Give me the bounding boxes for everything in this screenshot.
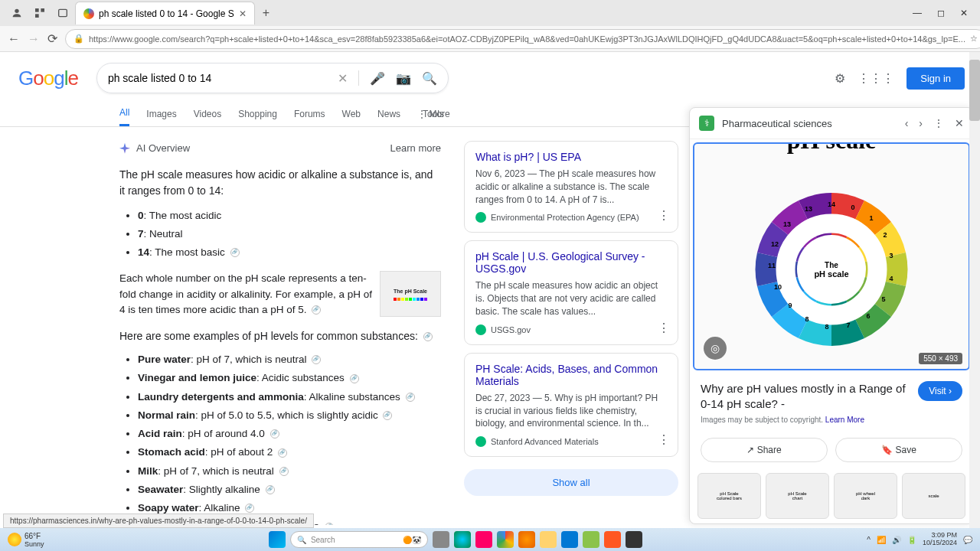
related-thumb[interactable]: scale xyxy=(902,473,965,519)
volume-icon[interactable]: 🔊 xyxy=(892,536,901,544)
task-view-icon[interactable] xyxy=(433,531,449,548)
result-title[interactable]: pH Scale | U.S. Geological Survey - USGS… xyxy=(475,250,667,275)
new-tab-button[interactable]: + xyxy=(256,6,276,20)
result-menu-icon[interactable]: ⋮ xyxy=(658,432,670,447)
panel-menu-icon[interactable]: ⋮ xyxy=(933,117,944,129)
url-input[interactable]: 🔒 https://www.google.com/search?q=ph+sca… xyxy=(65,29,980,49)
inline-thumbnail[interactable]: The pH Scale xyxy=(380,271,441,317)
clock[interactable]: 3:09 PM10/15/2024 xyxy=(923,532,957,547)
notifications-icon[interactable]: 💬 xyxy=(963,536,972,544)
tab-forums[interactable]: Forums xyxy=(294,103,325,126)
result-menu-icon[interactable]: ⋮ xyxy=(658,321,670,335)
tab-images[interactable]: Images xyxy=(146,103,176,126)
app-icon[interactable] xyxy=(475,531,492,548)
reload-button[interactable]: ⟳ xyxy=(47,30,57,48)
close-window-icon[interactable]: ✕ xyxy=(960,8,968,18)
app4-icon[interactable] xyxy=(626,531,642,548)
citation-icon[interactable] xyxy=(270,429,279,439)
related-thumb[interactable]: pH Scalechart xyxy=(766,473,829,519)
panel-image[interactable]: pH scale xyxy=(693,142,970,370)
svg-text:8: 8 xyxy=(825,323,828,331)
tab-web[interactable]: Web xyxy=(342,103,361,126)
star-icon[interactable]: ☆ xyxy=(970,34,978,44)
result-title[interactable]: PH Scale: Acids, Bases, and Common Mater… xyxy=(475,363,667,387)
clear-search-icon[interactable]: ✕ xyxy=(338,71,348,86)
citation-icon[interactable] xyxy=(312,355,321,364)
list-item: Vinegar and lemon juice: Acidic substanc… xyxy=(138,370,441,386)
browser-tab[interactable]: ph scale listed 0 to 14 - Google S ✕ xyxy=(75,2,255,24)
related-thumb[interactable]: pH Scalecolored bars xyxy=(697,473,761,519)
citation-icon[interactable] xyxy=(325,523,334,525)
citation-icon[interactable] xyxy=(383,411,392,420)
settings-icon[interactable]: ⚙ xyxy=(835,71,845,86)
tab-overview-icon[interactable] xyxy=(52,2,74,24)
tab-shopping[interactable]: Shopping xyxy=(238,103,277,126)
maximize-icon[interactable]: ◻ xyxy=(937,8,945,18)
apps-icon[interactable]: ⋮⋮⋮ xyxy=(858,71,894,86)
result-menu-icon[interactable]: ⋮ xyxy=(658,208,670,223)
app2-icon[interactable] xyxy=(583,531,599,548)
panel-source[interactable]: Pharmaceutical sciences xyxy=(722,118,832,129)
show-all-button[interactable]: Show all xyxy=(464,469,678,496)
result-card[interactable]: pH Scale | U.S. Geological Survey - USGS… xyxy=(464,240,678,344)
share-button[interactable]: ↗ Share xyxy=(701,438,828,462)
results-column: What is pH? | US EPA Nov 6, 2023 — The p… xyxy=(464,141,678,525)
store-icon[interactable] xyxy=(561,531,578,548)
voice-search-icon[interactable]: 🎤 xyxy=(370,71,385,86)
search-box[interactable]: ✕ 🎤 📷 🔍 xyxy=(96,63,449,93)
lens-button[interactable]: ◎ xyxy=(704,337,727,360)
close-panel-icon[interactable]: ✕ xyxy=(955,117,964,129)
copyright-learn-more[interactable]: Learn More xyxy=(825,416,864,424)
citation-icon[interactable] xyxy=(312,305,321,315)
files-icon[interactable] xyxy=(540,531,557,548)
tray-chevron-icon[interactable]: ^ xyxy=(867,536,871,544)
citation-icon[interactable] xyxy=(423,332,433,341)
taskbar-search[interactable]: 🔍 Search🟠🐼 xyxy=(290,531,428,548)
wifi-icon[interactable]: 📶 xyxy=(877,536,886,544)
next-image-icon[interactable]: › xyxy=(919,117,923,129)
forward-button[interactable]: → xyxy=(28,30,40,48)
result-card[interactable]: What is pH? | US EPA Nov 6, 2023 — The p… xyxy=(464,141,678,233)
citation-icon[interactable] xyxy=(245,504,254,513)
battery-icon[interactable]: 🔋 xyxy=(907,536,916,544)
google-logo[interactable]: Google xyxy=(18,67,78,90)
back-button[interactable]: ← xyxy=(8,30,20,48)
search-button-icon[interactable]: 🔍 xyxy=(422,71,437,86)
start-button[interactable] xyxy=(269,531,286,548)
list-item: 7: Neutral xyxy=(138,227,441,242)
tab-all[interactable]: All xyxy=(119,101,129,126)
tools-button[interactable]: Tools xyxy=(423,109,444,119)
citation-icon[interactable] xyxy=(406,393,415,402)
result-card[interactable]: PH Scale: Acids, Bases, and Common Mater… xyxy=(464,353,678,457)
related-thumb[interactable]: pH wheeldark xyxy=(834,473,897,519)
citation-icon[interactable] xyxy=(230,248,240,257)
scrollbar[interactable] xyxy=(969,52,980,528)
system-tray[interactable]: ^ 📶 🔊 🔋 3:09 PM10/15/2024 💬 xyxy=(867,532,972,547)
ph-wheel-diagram: The pH scale 1401 234 567 889 101112 131… xyxy=(717,155,946,371)
result-title[interactable]: What is pH? | US EPA xyxy=(475,151,667,163)
weather-widget[interactable]: 66°FSunny xyxy=(8,532,44,548)
app3-icon[interactable] xyxy=(604,531,621,548)
learn-more-link[interactable]: Learn more xyxy=(390,141,441,156)
visit-button[interactable]: Visit › xyxy=(918,381,962,401)
lens-search-icon[interactable]: 📷 xyxy=(396,71,411,86)
profile-icon[interactable] xyxy=(6,2,28,24)
citation-icon[interactable] xyxy=(350,374,359,383)
firefox-icon[interactable] xyxy=(518,531,535,548)
save-button[interactable]: 🔖 Save xyxy=(835,438,962,462)
citation-icon[interactable] xyxy=(279,467,289,476)
citation-icon[interactable] xyxy=(266,485,275,494)
minimize-icon[interactable]: — xyxy=(913,8,922,18)
tab-news[interactable]: News xyxy=(377,103,400,126)
tab-videos[interactable]: Videos xyxy=(194,103,221,126)
chrome-icon[interactable] xyxy=(497,531,514,548)
prev-image-icon[interactable]: ‹ xyxy=(905,117,909,129)
edge-icon[interactable] xyxy=(454,531,471,548)
svg-text:The: The xyxy=(825,261,838,269)
citation-icon[interactable] xyxy=(278,448,287,458)
workspaces-icon[interactable] xyxy=(29,2,51,24)
search-input[interactable] xyxy=(108,72,332,84)
signin-button[interactable]: Sign in xyxy=(906,67,965,90)
source-favicon-icon xyxy=(475,436,486,447)
close-tab-icon[interactable]: ✕ xyxy=(239,8,247,19)
